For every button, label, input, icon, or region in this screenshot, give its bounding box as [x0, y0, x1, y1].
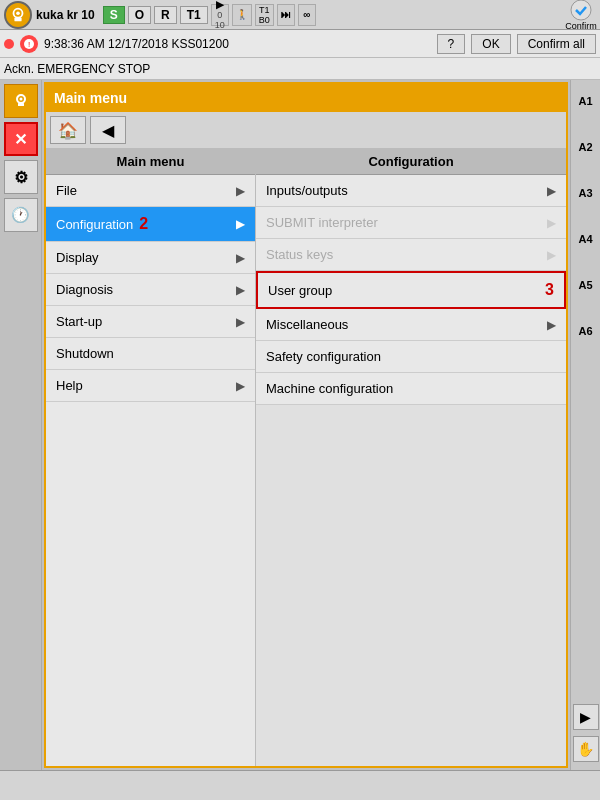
btn-s[interactable]: S: [103, 6, 125, 24]
col-right-header: Configuration: [256, 149, 566, 175]
hand-icon: ✋: [577, 741, 594, 757]
menu-item-label: Start-up: [56, 314, 102, 329]
svg-point-7: [19, 98, 22, 101]
svg-rect-8: [18, 103, 24, 106]
arrow-icon: ▶: [236, 379, 245, 393]
center-content: Main menu 🏠 ◀ Main menu File▶Configurati…: [44, 82, 568, 768]
arrow-icon: ▶: [236, 283, 245, 297]
menu-item-label: User group: [268, 283, 332, 298]
sidebar-gear-btn[interactable]: ⚙: [4, 160, 38, 194]
btn-ok[interactable]: OK: [471, 34, 510, 54]
indicator-walk: 🚶: [232, 4, 252, 26]
btn-confirm-all[interactable]: Confirm all: [517, 34, 596, 54]
gear-icon: ⚙: [14, 168, 28, 187]
ack-row: Ackn. EMERGENCY STOP: [0, 58, 600, 80]
clock-icon: 🕐: [11, 206, 30, 224]
right-sidebar-labels: A1A2A3A4A5A6: [574, 92, 598, 340]
menu-item-label: Display: [56, 250, 99, 265]
robot-icon-btn[interactable]: [4, 1, 32, 29]
menu-item-label: Miscellaneous: [266, 317, 348, 332]
right-sidebar-btns: ▶ ✋: [573, 704, 599, 762]
menu-item-label: Safety configuration: [266, 349, 381, 364]
menu-columns: Main menu File▶Configuration2▶Display▶Di…: [46, 149, 566, 766]
indicator-play-icon: ▶: [216, 0, 224, 10]
menu-title: Main menu: [54, 90, 127, 106]
left-menu-item-configuration[interactable]: Configuration2▶: [46, 207, 255, 242]
topbar-title: kuka kr 10: [36, 8, 95, 22]
arrow-icon: ▶: [547, 318, 556, 332]
right-menu-item-user-group[interactable]: User group3: [256, 271, 566, 309]
back-icon: ◀: [102, 121, 114, 140]
svg-point-3: [571, 0, 591, 20]
left-menu-item-shutdown[interactable]: Shutdown: [46, 338, 255, 370]
bottom-bar: [0, 770, 600, 800]
sidebar-close-btn[interactable]: ✕: [4, 122, 38, 156]
indicator-play: ▶ 0 10: [211, 4, 229, 26]
right-menu-item-status-keys: Status keys▶: [256, 239, 566, 271]
right-hand-btn[interactable]: ✋: [573, 736, 599, 762]
btn-o[interactable]: O: [128, 6, 151, 24]
indicator-t1b0: T1 B0: [255, 4, 274, 26]
right-menu-item-submit-interpreter: SUBMIT interpreter▶: [256, 207, 566, 239]
alert-dot: [4, 39, 14, 49]
indicator-skip: ⏭: [277, 4, 295, 26]
nav-back-btn[interactable]: ◀: [90, 116, 126, 144]
alert-time: 9:38:36 AM 12/17/2018 KSS01200: [44, 37, 229, 51]
left-menu-item-start-up[interactable]: Start-up▶: [46, 306, 255, 338]
right-menu-item-machine-configuration[interactable]: Machine configuration: [256, 373, 566, 405]
nav-bar: 🏠 ◀: [46, 112, 566, 149]
indicator-inf: ∞: [298, 4, 316, 26]
right-sidebar-label-a1[interactable]: A1: [574, 92, 598, 110]
right-sidebar-label-a2[interactable]: A2: [574, 138, 598, 156]
confirm-icon[interactable]: Confirm: [566, 0, 596, 31]
menu-title-bar: Main menu: [46, 84, 566, 112]
right-menu-item-miscellaneous[interactable]: Miscellaneous▶: [256, 309, 566, 341]
right-sidebar: A1A2A3A4A5A6 ▶ ✋: [570, 80, 600, 770]
right-menu-item-safety-configuration[interactable]: Safety configuration: [256, 341, 566, 373]
left-menu-item-file[interactable]: File▶: [46, 175, 255, 207]
arrow-icon: ▶: [236, 251, 245, 265]
menu-item-label: Shutdown: [56, 346, 114, 361]
col-left: Main menu File▶Configuration2▶Display▶Di…: [46, 149, 256, 766]
right-sidebar-label-a3[interactable]: A3: [574, 184, 598, 202]
right-arrow-icon: ▶: [580, 709, 591, 725]
svg-rect-2: [14, 17, 21, 21]
ack-label: Ackn. EMERGENCY STOP: [4, 62, 150, 76]
svg-text:!: !: [28, 40, 30, 49]
menu-item-label: Help: [56, 378, 83, 393]
left-sidebar: ✕ ⚙ 🕐: [0, 80, 42, 770]
sidebar-logo-btn[interactable]: [4, 84, 38, 118]
svg-point-1: [16, 11, 20, 15]
right-sidebar-label-a4[interactable]: A4: [574, 230, 598, 248]
menu-item-label: Inputs/outputs: [266, 183, 348, 198]
btn-r[interactable]: R: [154, 6, 177, 24]
home-icon: 🏠: [58, 121, 78, 140]
main-area: ✕ ⚙ 🕐 Main menu 🏠 ◀ Main menu File▶Confi…: [0, 80, 600, 770]
left-menu-item-display[interactable]: Display▶: [46, 242, 255, 274]
nav-home-btn[interactable]: 🏠: [50, 116, 86, 144]
left-menu-item-diagnosis[interactable]: Diagnosis▶: [46, 274, 255, 306]
sidebar-clock-btn[interactable]: 🕐: [4, 198, 38, 232]
right-menu-item-inputs-outputs[interactable]: Inputs/outputs▶: [256, 175, 566, 207]
menu-item-label: Configuration: [56, 217, 133, 232]
right-sidebar-label-a5[interactable]: A5: [574, 276, 598, 294]
left-menu-item-help[interactable]: Help▶: [46, 370, 255, 402]
confirm-label: Confirm: [565, 21, 597, 31]
col-left-header: Main menu: [46, 149, 255, 175]
close-icon: ✕: [14, 130, 27, 149]
menu-item-label: Machine configuration: [266, 381, 393, 396]
btn-t1[interactable]: T1: [180, 6, 208, 24]
arrow-icon: ▶: [547, 216, 556, 230]
alert-row: ! 9:38:36 AM 12/17/2018 KSS01200 ? OK Co…: [0, 30, 600, 58]
arrow-icon: ▶: [547, 184, 556, 198]
arrow-icon: ▶: [236, 217, 245, 231]
menu-item-badge: 2: [139, 215, 148, 233]
top-status-icons: S O R T1 ▶ 0 10 🚶 T1 B0 ⏭ ∞: [103, 4, 316, 26]
right-arrow-btn[interactable]: ▶: [573, 704, 599, 730]
col-right: Configuration Inputs/outputs▶SUBMIT inte…: [256, 149, 566, 766]
right-sidebar-label-a6[interactable]: A6: [574, 322, 598, 340]
menu-item-label: Status keys: [266, 247, 333, 262]
menu-item-label: Diagnosis: [56, 282, 113, 297]
topbar: kuka kr 10 S O R T1 ▶ 0 10 🚶 T1 B0 ⏭ ∞ C…: [0, 0, 600, 30]
btn-question[interactable]: ?: [437, 34, 466, 54]
